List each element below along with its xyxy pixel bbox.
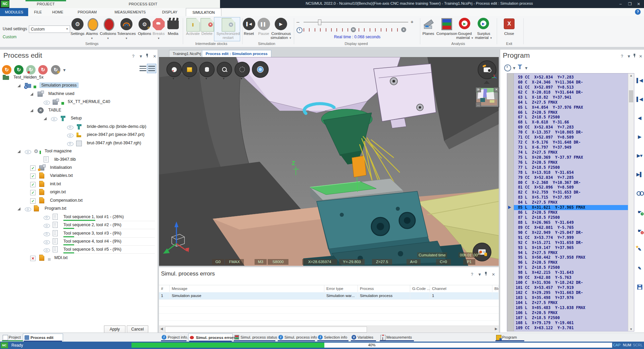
tree-item[interactable]: ⚙Tool magazine [0,147,158,155]
gcode-line[interactable]: 99CC X+62.08 Y-5.763 [514,275,628,280]
binoculars-icon[interactable] [636,189,644,197]
gcode-line[interactable]: 106L Z+20.5 FMAX [514,310,628,315]
panel-collapse-icon[interactable]: ▼ [139,54,143,59]
play-to-filter-icon[interactable]: ▶▾ [636,152,644,159]
tree-item[interactable]: ✕TABLE [0,106,158,114]
speed-plus-button[interactable]: + [411,19,414,24]
activate-stock-button[interactable] [186,18,200,32]
gcode-line[interactable]: 69CC X+52.034 Y+7.283 [514,125,628,130]
expander-icon[interactable] [17,150,20,153]
gcode-line[interactable]: 108L X+79.179 Y-19.461 [514,320,628,326]
reset-button[interactable]: ▌◀ [243,18,255,30]
visibility-eye-icon[interactable] [25,207,31,211]
bottom-tab-measurements[interactable]: Measurements [379,334,415,341]
solid-view-button[interactable] [182,62,197,77]
stock-view-button[interactable] [199,62,215,77]
continuous-simulation-button[interactable]: ▶ [275,18,287,30]
tree-item[interactable]: Tool sequence 5, tool #5 - (9%) [0,246,158,254]
column-header-channel[interactable]: Channel [430,285,492,292]
tab-program[interactable]: PROGRAM [68,8,107,16]
tab-modules[interactable]: MODULES [0,8,28,16]
bottom-tab-simul-process-info[interactable]: iSimul. process info [277,334,316,341]
bottom-tab-process-edit[interactable]: Process edit [23,334,63,341]
solid-view-caret-icon[interactable]: ▼ [187,77,190,80]
reload-caret-icon[interactable]: ▼ [62,68,66,72]
gcode-line[interactable]: 62C X-20.818 Y+31.644 DR- [514,90,628,95]
column-header-gcode[interactable]: G-Code ... [410,285,430,292]
minimap-refresh-icon[interactable]: ⟳ [476,87,481,92]
help-icon[interactable]: ? [635,9,641,15]
skip-start-icon[interactable]: ▌◀ [636,77,644,84]
collapse-camera-icon[interactable] [484,81,490,84]
gcode-line[interactable]: 71CC X+52.097 Y+8.509 [514,135,628,140]
tree-item[interactable]: piece-3947.prt (piece-3947.prt) [0,131,158,139]
gcode-line[interactable]: 92C X+15.271 Y+31.658 DR- [514,240,628,245]
checkbox-checked-icon[interactable] [30,165,36,171]
expander-icon[interactable] [30,93,33,96]
errors-pin-icon[interactable] [484,272,487,277]
filter-icon[interactable] [518,64,522,69]
camera-capture-button[interactable] [478,60,496,79]
tree-item[interactable]: init.txt [0,180,158,188]
tab-display[interactable]: DISPLAY [154,8,186,16]
reload-orange-button[interactable]: ↻ [2,65,11,74]
column-header-[interactable]: # [159,285,170,292]
gcode-scroll-thumb[interactable] [629,90,633,102]
visibility-eye-icon[interactable] [67,134,73,138]
speed-slider-handle[interactable] [318,19,321,25]
collisions-button[interactable] [104,18,114,31]
gcode-list[interactable]: 59CC X+52.034 Y+7.28360C X-24.346 Y+11.3… [507,73,634,332]
column-header-errortype[interactable]: Error type [324,285,358,292]
view-orientation-button[interactable] [252,61,269,78]
errors-close-icon[interactable]: ✕ [492,272,495,277]
reload-red-button[interactable]: ↻ [38,65,48,74]
list-view-button[interactable] [138,64,148,73]
planes-button[interactable] [423,18,435,30]
minimize-button[interactable]: – [616,1,625,7]
skip-start-filter-icon[interactable]: ▌◀ [636,95,644,103]
checkbox-excluded-icon[interactable] [30,256,36,261]
speed-marker-normal[interactable]: N [351,27,356,32]
close-window-button[interactable]: ✕ [635,1,643,7]
zoom-tool-caret-icon[interactable]: ▼ [222,77,225,80]
scroll-left-icon[interactable]: ◀ [160,327,163,331]
bottom-tab-simul-process-errors[interactable]: Simul. process errors [188,334,233,341]
gcode-line[interactable]: 87L Z+18.5 F2500 [514,215,628,220]
edit-icon[interactable]: ✎ [636,264,644,272]
gcode-line[interactable]: 79CC X+52.034 Y+7.285 [514,175,628,180]
minimap-thumbnail[interactable]: ⟳ ✕ … [476,87,499,107]
checkbox-checked-icon[interactable] [30,198,36,204]
speed-marker-stop[interactable]: x [401,27,406,32]
tab-measurements[interactable]: MEASUREMENTS [107,8,154,16]
gcode-line[interactable]: 67L Z+18.5 F2500 [514,115,628,120]
scroll-right-icon[interactable]: ▶ [495,327,497,331]
program-close-icon[interactable]: ✕ [639,54,642,59]
checkbox-checked-icon[interactable] [30,173,36,179]
gcode-line[interactable]: 68L X-0.618 Y-31.66 [514,120,628,125]
gcode-line[interactable]: 109CC X+63.122 Y-3.701 [514,326,628,331]
visibility-eye-icon[interactable] [44,101,50,105]
speed-tick-scale[interactable] [304,28,408,32]
program-collapse-icon[interactable]: ▼ [627,54,631,59]
visibility-eye-icon[interactable] [44,216,50,220]
gcode-line[interactable]: 102C X+29.295 Y+31.663 DR- [514,290,628,295]
surplus-material-button[interactable]: ▶ [478,18,489,29]
tolerances-caret-icon[interactable]: ▼ [125,37,128,40]
edit-favorite-icon[interactable]: ✎★ [636,246,644,253]
gcode-line[interactable]: 93L X+19.147 Y+37.965 [514,245,628,250]
gcode-line[interactable]: 73L X-6.797 Y+37.949 [514,145,628,150]
render-mode-button[interactable] [166,62,182,77]
tree-item[interactable]: origin.txt [0,188,158,196]
gcode-line[interactable]: 95L X+50.442 Y-37.958 FMAX [514,255,628,260]
selection-caret-icon[interactable]: ▼ [240,77,243,80]
tree-item[interactable]: Tool sequence 3, tool #3 - (9%) [0,230,158,238]
checkbox-checked-icon[interactable] [30,182,36,187]
tree-item[interactable]: bride-demo.clp (bride-demo.clp) [0,123,158,131]
reload-settings-button[interactable]: ↻⚙ [51,65,60,74]
gcode-line[interactable]: 107L Z+18.5 F2500 [514,315,628,320]
step-back-icon[interactable]: ◀ [636,114,644,121]
gcode-line[interactable]: 90C X+22.949 Y-25.047 DR- [514,230,628,235]
tree-item[interactable]: Tool sequence 1, tool #1 - (26%) [0,213,158,221]
comparison-button[interactable] [441,18,452,30]
skip-end-icon[interactable]: ▶▌ [636,170,644,178]
